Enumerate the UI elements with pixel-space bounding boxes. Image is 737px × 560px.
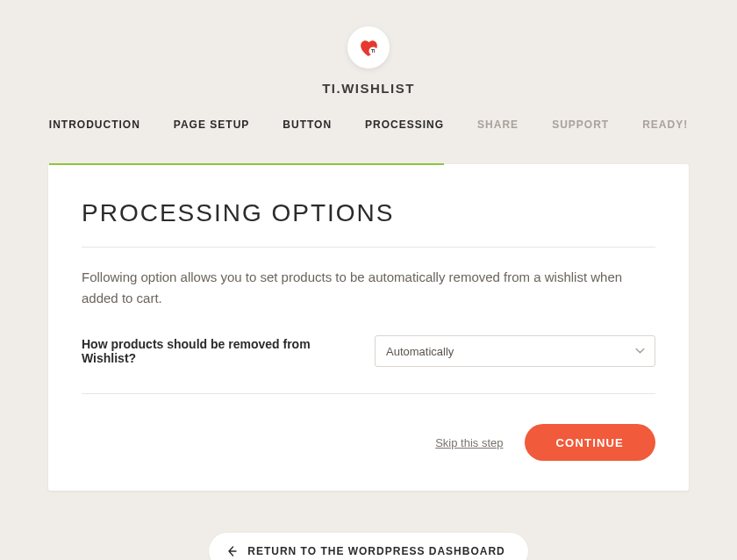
tab-label: READY!: [642, 118, 688, 131]
tab-progress-underline: [49, 163, 444, 165]
svg-text:TI: TI: [370, 48, 375, 54]
tab-button[interactable]: BUTTON: [283, 118, 332, 138]
tab-share[interactable]: SHARE: [477, 118, 519, 138]
heart-icon: TI: [358, 37, 380, 59]
tab-page-setup[interactable]: PAGE SETUP: [174, 118, 249, 138]
brand-title: TI.WISHLIST: [322, 81, 415, 96]
field-label: How products should be removed from Wish…: [82, 337, 348, 365]
wizard-tabs: INTRODUCTION PAGE SETUP BUTTON PROCESSIN…: [49, 118, 688, 164]
return-label: RETURN TO THE WORDPRESS DASHBOARD: [247, 545, 504, 557]
field-row: How products should be removed from Wish…: [82, 335, 655, 367]
removal-select-wrap: Automatically: [375, 335, 655, 367]
skip-link[interactable]: Skip this step: [435, 436, 503, 449]
card-description: Following option allows you to set produ…: [82, 267, 655, 309]
tab-support[interactable]: SUPPORT: [552, 118, 609, 138]
tab-processing[interactable]: PROCESSING: [365, 118, 444, 138]
tab-label: INTRODUCTION: [49, 118, 140, 131]
brand-logo: TI: [347, 26, 390, 68]
tab-label: BUTTON: [283, 118, 332, 131]
tab-label: SUPPORT: [552, 118, 609, 131]
divider: [82, 393, 655, 394]
tab-label: PROCESSING: [365, 118, 444, 131]
tab-ready[interactable]: READY!: [642, 118, 688, 138]
arrow-left-icon: [226, 546, 237, 556]
removal-select[interactable]: Automatically: [375, 335, 655, 367]
wizard-card: PROCESSING OPTIONS Following option allo…: [48, 164, 689, 491]
tab-label: SHARE: [477, 118, 519, 131]
card-title: PROCESSING OPTIONS: [82, 199, 655, 227]
divider: [82, 247, 655, 248]
tab-introduction[interactable]: INTRODUCTION: [49, 118, 140, 138]
card-actions: Skip this step CONTINUE: [82, 424, 655, 461]
return-to-dashboard-button[interactable]: RETURN TO THE WORDPRESS DASHBOARD: [209, 533, 527, 560]
continue-button[interactable]: CONTINUE: [525, 424, 656, 461]
tab-label: PAGE SETUP: [174, 118, 249, 131]
